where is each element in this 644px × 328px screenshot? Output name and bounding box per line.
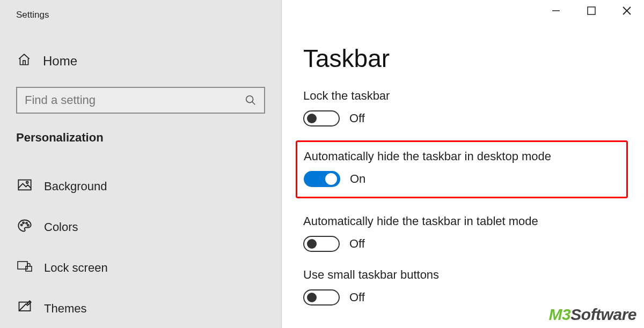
themes-icon	[17, 300, 32, 318]
svg-point-0	[246, 96, 253, 103]
svg-point-5	[23, 222, 24, 223]
setting-label: Automatically hide the taskbar in tablet…	[303, 214, 644, 228]
lock-screen-icon	[17, 259, 32, 277]
setting-label: Automatically hide the taskbar in deskto…	[304, 150, 620, 163]
sidebar: Settings Home	[0, 0, 282, 328]
home-icon	[17, 53, 31, 70]
search-box[interactable]	[16, 87, 265, 114]
toggle-small-buttons[interactable]	[303, 289, 340, 305]
svg-point-3	[26, 181, 28, 183]
setting-lock-taskbar: Lock the taskbar Off	[303, 89, 644, 126]
watermark-brand1: M3	[549, 305, 571, 323]
sidebar-item-lock-screen[interactable]: Lock screen	[0, 248, 281, 288]
svg-line-1	[252, 102, 255, 105]
home-nav[interactable]: Home	[0, 53, 281, 70]
toggle-auto-hide-desktop[interactable]	[304, 171, 340, 187]
sidebar-item-themes[interactable]: Themes	[0, 288, 281, 328]
toggle-state: Off	[349, 237, 365, 251]
picture-icon	[17, 177, 32, 196]
toggle-state: Off	[349, 111, 365, 125]
sidebar-item-label: Lock screen	[44, 261, 108, 275]
section-heading: Personalization	[0, 114, 281, 145]
setting-auto-hide-tablet: Automatically hide the taskbar in tablet…	[303, 214, 644, 252]
search-wrap	[16, 87, 265, 114]
main-panel: Taskbar Lock the taskbar Off Automatical…	[282, 0, 644, 328]
svg-point-6	[26, 222, 27, 224]
sidebar-item-label: Colors	[44, 220, 78, 234]
watermark: M3Software	[549, 305, 636, 324]
setting-label: Lock the taskbar	[303, 89, 644, 103]
search-icon	[245, 94, 257, 106]
highlight-annotation: Automatically hide the taskbar in deskto…	[296, 140, 628, 198]
home-label: Home	[43, 54, 77, 69]
setting-small-buttons: Use small taskbar buttons Off	[303, 268, 644, 305]
svg-point-4	[21, 224, 23, 226]
maximize-button[interactable]	[586, 5, 597, 16]
setting-label: Use small taskbar buttons	[303, 268, 644, 282]
svg-rect-12	[588, 7, 595, 14]
toggle-state: Off	[349, 290, 365, 304]
window-controls	[551, 5, 632, 16]
page-title: Taskbar	[303, 44, 644, 73]
toggle-state: On	[350, 172, 365, 186]
toggle-lock-taskbar[interactable]	[303, 110, 340, 126]
watermark-brand2: Software	[570, 305, 636, 323]
sidebar-item-colors[interactable]: Colors	[0, 207, 281, 248]
app-title: Settings	[0, 0, 281, 20]
sidebar-item-background[interactable]: Background	[0, 166, 281, 207]
nav-list: Background Colors	[0, 166, 281, 328]
sidebar-item-label: Themes	[44, 302, 86, 316]
sidebar-item-label: Background	[44, 180, 107, 193]
toggle-auto-hide-tablet[interactable]	[303, 236, 340, 252]
close-button[interactable]	[621, 5, 632, 16]
search-input[interactable]	[25, 93, 245, 107]
minimize-button[interactable]	[551, 5, 561, 16]
palette-icon	[17, 218, 32, 236]
svg-point-7	[27, 225, 29, 226]
